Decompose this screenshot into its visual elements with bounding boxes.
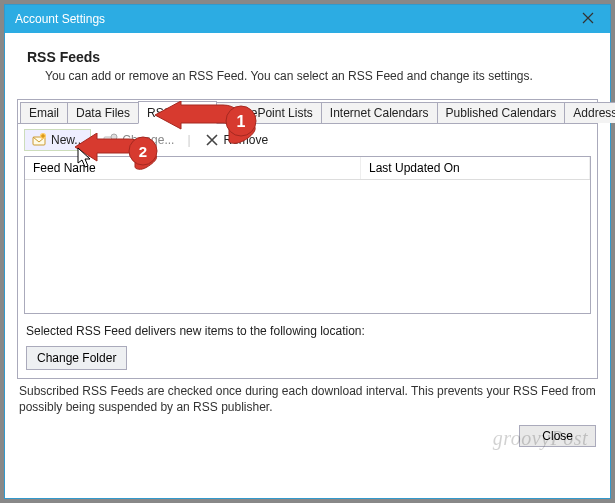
tab-published-calendars[interactable]: Published Calendars	[437, 102, 566, 123]
tab-sharepoint-lists[interactable]: SharePoint Lists	[216, 102, 321, 123]
footnote-text: Subscribed RSS Feeds are checked once du…	[5, 379, 610, 415]
account-settings-window: Account Settings RSS Feeds You can add o…	[4, 4, 611, 499]
tab-email[interactable]: Email	[20, 102, 68, 123]
list-header: Feed Name Last Updated On	[25, 157, 590, 180]
col-last-updated[interactable]: Last Updated On	[361, 157, 590, 179]
section-title: RSS Feeds	[27, 49, 588, 65]
remove-label: Remove	[224, 133, 269, 147]
window-close-button[interactable]	[565, 5, 610, 33]
new-button[interactable]: New...	[24, 129, 91, 151]
tab-panel: Email Data Files RSS Feeds SharePoint Li…	[17, 99, 598, 379]
remove-button[interactable]: Remove	[197, 129, 276, 151]
feed-list[interactable]: Feed Name Last Updated On	[24, 156, 591, 314]
titlebar: Account Settings	[5, 5, 610, 33]
dialog-header: RSS Feeds You can add or remove an RSS F…	[5, 33, 610, 93]
svg-point-3	[111, 134, 117, 140]
new-label: New...	[51, 133, 84, 147]
toolbar-separator: |	[185, 133, 192, 147]
change-folder-button[interactable]: Change Folder	[26, 346, 127, 370]
close-label: Close	[542, 429, 573, 443]
change-folder-label: Change Folder	[37, 351, 116, 365]
window-title: Account Settings	[15, 12, 105, 26]
close-button[interactable]: Close	[519, 425, 596, 447]
remove-icon	[204, 132, 220, 148]
toolbar: New... Change... | Remove	[18, 124, 597, 156]
section-subtitle: You can add or remove an RSS Feed. You c…	[27, 69, 588, 83]
change-label: Change...	[122, 133, 174, 147]
close-icon	[582, 11, 594, 27]
tab-data-files[interactable]: Data Files	[67, 102, 139, 123]
col-feed-name[interactable]: Feed Name	[25, 157, 361, 179]
new-icon	[31, 132, 47, 148]
change-icon	[102, 132, 118, 148]
tab-address-books[interactable]: Address Books	[564, 102, 615, 123]
tab-rss-feeds[interactable]: RSS Feeds	[138, 101, 217, 124]
change-button[interactable]: Change...	[95, 129, 181, 151]
tab-internet-calendars[interactable]: Internet Calendars	[321, 102, 438, 123]
delivery-location-text: Selected RSS Feed delivers new items to …	[18, 314, 597, 346]
tab-strip: Email Data Files RSS Feeds SharePoint Li…	[18, 100, 597, 124]
dialog-footer: Close	[5, 415, 610, 459]
